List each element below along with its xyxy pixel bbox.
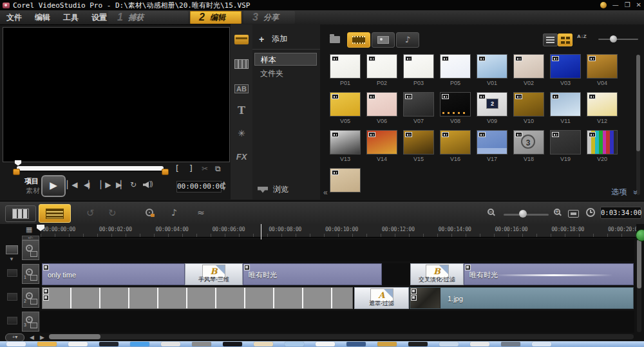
thumbnail-view-button[interactable] bbox=[558, 33, 573, 46]
track-toggle-video-track[interactable] bbox=[6, 245, 18, 254]
gallery-item[interactable]: V07 bbox=[404, 93, 433, 124]
timeline-clip[interactable]: 唯有时光 bbox=[243, 263, 382, 285]
clip-thumbnail[interactable]: 3 bbox=[514, 131, 544, 154]
step-tab-分享[interactable]: 3分享 bbox=[243, 11, 295, 24]
close-button[interactable]: ✕ bbox=[636, 1, 641, 9]
clip-thumbnail[interactable] bbox=[587, 93, 617, 116]
gallery-item[interactable]: V13 bbox=[330, 131, 360, 162]
clip-thumbnail[interactable] bbox=[440, 55, 470, 78]
gallery-item[interactable]: V10 bbox=[514, 93, 544, 124]
sort-az-icon[interactable]: A↓Z bbox=[577, 34, 587, 39]
taskbar-app-icon[interactable] bbox=[377, 342, 397, 346]
clip-thumbnail[interactable] bbox=[587, 131, 617, 154]
gallery-item[interactable]: V05 bbox=[330, 93, 360, 124]
menu-item[interactable]: 编辑 bbox=[33, 12, 52, 23]
timeline-view-button[interactable] bbox=[39, 204, 71, 223]
add-gallery-button[interactable]: + 添加 bbox=[259, 33, 287, 44]
gallery-item[interactable]: V20 bbox=[587, 131, 617, 162]
track-row-video-track[interactable] bbox=[41, 239, 634, 261]
timeline-vscrollbar-thumb[interactable] bbox=[637, 239, 641, 288]
taskbar-app-icon[interactable] bbox=[68, 342, 88, 346]
taskbar-app-icon[interactable] bbox=[161, 342, 180, 346]
clip-mode-label[interactable]: 素材 bbox=[26, 186, 40, 196]
timeline-zoom-knob[interactable] bbox=[519, 210, 527, 218]
preview-timecode[interactable]: 00:00:00:00 bbox=[176, 181, 222, 192]
gallery-item[interactable]: V12 bbox=[587, 93, 617, 124]
taskbar-app-icon[interactable] bbox=[532, 342, 551, 346]
transition-clip[interactable]: A遮罩-过滤 bbox=[354, 287, 409, 309]
trim-bar[interactable] bbox=[17, 166, 164, 171]
taskbar-app-icon[interactable] bbox=[316, 342, 335, 346]
image-clip[interactable]: 1.jpg bbox=[410, 287, 634, 309]
taskbar-app-icon[interactable] bbox=[501, 342, 520, 346]
green-indicator[interactable] bbox=[636, 229, 644, 241]
clip-thumbnail[interactable] bbox=[551, 55, 580, 78]
timeline-ruler[interactable]: 00:00:00:0000:00:02:0000:00:04:0000:00:0… bbox=[41, 224, 636, 238]
gallery-item[interactable]: P01 bbox=[330, 55, 360, 86]
gallery-item[interactable]: V03 bbox=[551, 55, 580, 86]
filter-audio-button[interactable]: ♪ bbox=[396, 32, 419, 48]
track-header-overlay-track-1[interactable]: 1 bbox=[22, 264, 39, 284]
taskbar-app-icon[interactable] bbox=[192, 342, 211, 346]
zoom-out-icon[interactable]: − bbox=[488, 209, 494, 215]
volume-icon[interactable] bbox=[143, 182, 149, 188]
taskbar-app-icon[interactable] bbox=[99, 342, 118, 346]
taskbar-app-icon[interactable] bbox=[439, 342, 459, 346]
spin-up-icon[interactable]: ▲ bbox=[222, 180, 225, 186]
taskbar-app-icon[interactable] bbox=[6, 342, 26, 346]
gallery-item[interactable]: P05 bbox=[440, 55, 470, 86]
project-duration[interactable]: 0:03:34:00 bbox=[600, 207, 641, 219]
jump-start-icon[interactable]: ▏◀ bbox=[67, 180, 76, 189]
menu-item[interactable]: 工具 bbox=[62, 12, 80, 23]
taskbar-app-icon[interactable] bbox=[254, 342, 273, 346]
track-toggle-overlay-track-3[interactable] bbox=[7, 317, 17, 324]
timecode-spinner[interactable]: ▲ ▼ bbox=[222, 180, 225, 192]
windows-taskbar[interactable] bbox=[0, 341, 644, 347]
gallery-item[interactable]: 2V09 bbox=[477, 93, 507, 124]
storyboard-view-button[interactable] bbox=[5, 205, 36, 222]
clip-thumbnail[interactable] bbox=[367, 93, 397, 116]
step-tab-编辑[interactable]: 2编辑 bbox=[190, 11, 242, 24]
gallery-item[interactable]: P03 bbox=[404, 55, 433, 86]
nav-item-样本[interactable]: 样本 bbox=[254, 53, 317, 66]
repeat-icon[interactable]: ↻ bbox=[130, 180, 135, 189]
scroll-left-icon[interactable]: ◀ bbox=[30, 334, 34, 341]
gallery-item[interactable]: V01 bbox=[477, 55, 507, 86]
track-header-video-track[interactable] bbox=[22, 240, 39, 260]
gallery-item[interactable]: V16 bbox=[440, 131, 470, 162]
record-capture-icon[interactable] bbox=[146, 209, 153, 216]
clip-thumbnail[interactable] bbox=[330, 131, 360, 154]
gallery-item[interactable]: V15 bbox=[404, 131, 433, 162]
gallery-item[interactable]: V08 bbox=[440, 93, 470, 124]
menu-item[interactable]: 文件 bbox=[5, 12, 23, 23]
gallery-item[interactable]: V17 bbox=[477, 131, 507, 162]
collapse-panel-icon[interactable]: « bbox=[323, 188, 328, 197]
restore-button[interactable]: ❐ bbox=[625, 1, 630, 9]
gallery-item[interactable]: 3V18 bbox=[514, 131, 544, 162]
track-toggle-overlay-track-2[interactable] bbox=[7, 293, 17, 301]
enlarge-preview-icon[interactable]: ⧉ bbox=[215, 164, 221, 173]
mark-out-button[interactable]: ] bbox=[189, 164, 193, 173]
sound-mixer-icon[interactable]: ♪ bbox=[171, 207, 177, 218]
redo-icon[interactable]: ↻ bbox=[108, 207, 117, 219]
nav-item-文件夹[interactable]: 文件夹 bbox=[254, 67, 317, 80]
transition-clip[interactable]: B手风琴-三维 bbox=[185, 263, 243, 285]
split-clip-icon[interactable]: ✂ bbox=[202, 164, 208, 173]
play-button[interactable]: ▶ bbox=[41, 175, 66, 197]
clip-thumbnail[interactable] bbox=[514, 55, 544, 78]
clip-thumbnail[interactable] bbox=[330, 55, 360, 78]
clip-thumbnail[interactable] bbox=[367, 131, 397, 154]
fit-project-icon[interactable] bbox=[568, 210, 579, 218]
taskbar-app-icon[interactable] bbox=[223, 342, 242, 346]
gallery-item[interactable]: V02 bbox=[514, 55, 544, 86]
clip-thumbnail[interactable] bbox=[587, 55, 617, 78]
filter-video-button[interactable] bbox=[347, 32, 370, 48]
filter-fx-category-icon[interactable]: FX bbox=[231, 151, 252, 162]
gallery-item[interactable]: V11 bbox=[551, 93, 580, 124]
clip-thumbnail[interactable] bbox=[440, 131, 470, 154]
taskbar-app-icon[interactable] bbox=[408, 342, 428, 346]
browse-button[interactable]: 浏览 bbox=[258, 184, 289, 195]
transition-clip[interactable]: B交叉淡化-过滤 bbox=[410, 263, 464, 285]
taskbar-app-icon[interactable] bbox=[130, 342, 149, 346]
chevron-down-icon[interactable]: ▼ bbox=[9, 256, 14, 262]
